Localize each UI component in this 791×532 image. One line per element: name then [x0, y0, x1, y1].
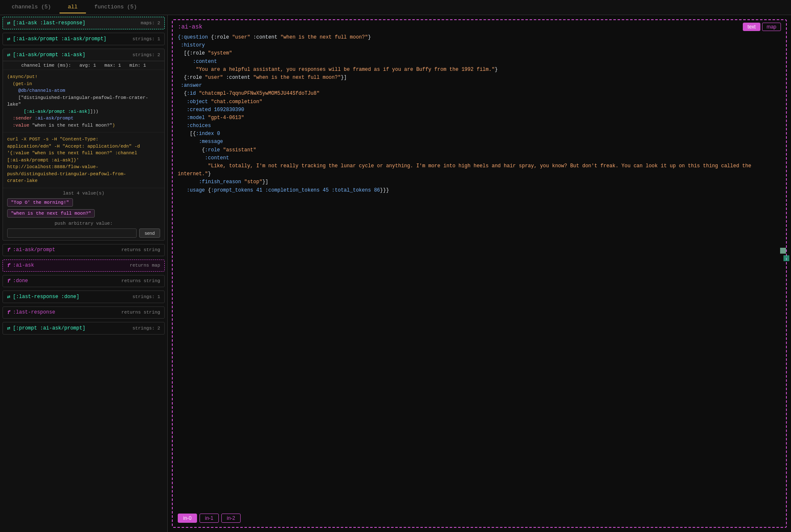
- panel-header: :ai-ask text map: [173, 20, 786, 34]
- content-history-open: [{:role "system": [178, 49, 781, 57]
- curl-block: curl -X POST -s -H "Content-Type:applica…: [3, 132, 164, 188]
- corner-sq-1: [780, 248, 786, 254]
- channel-time-row: channel time (ms): avg: 1 max: 1 min: 1: [3, 61, 164, 70]
- question-key: {:question: [178, 34, 211, 40]
- content-answer-key: :answer: [178, 82, 781, 90]
- channel-item-prompt-ai-ask-prompt[interactable]: ⇄ [:prompt :ai-ask/prompt] strings: 2: [3, 322, 165, 335]
- fn-name-4: :last-response: [13, 309, 55, 315]
- content-history-user: {:role "user" :content "when is the next…: [178, 74, 781, 82]
- time-max: max: 1: [104, 63, 121, 68]
- channel-detail-icon: ⇄: [7, 52, 10, 58]
- content-history-content-label: :content: [178, 58, 781, 66]
- fn-icon-2: f: [7, 262, 10, 269]
- channel-item-ai-ask-prompt[interactable]: ⇄ [:ai-ask/prompt :ai-ask/prompt] string…: [3, 33, 165, 45]
- channel-meta-2: strings: 1: [132, 36, 160, 42]
- channel-name-4: [:prompt :ai-ask/prompt]: [13, 325, 86, 331]
- channel-icon-2: ⇄: [7, 36, 10, 42]
- channel-icon-3: ⇄: [7, 293, 10, 300]
- bottom-tabs: in-0 in-1 in-2: [173, 510, 786, 527]
- fn-name-3: :done: [13, 278, 28, 284]
- main-layout: ⇄ [:ai-ask :last-response] maps: 2 ⇄ [:a…: [0, 15, 791, 532]
- function-item-ai-ask-prompt[interactable]: f :ai-ask/prompt returns string: [3, 244, 165, 256]
- values-section: last 4 value(s) "Top O' the morning!" "w…: [3, 188, 164, 240]
- content-answer-id: {:id "chatcmpl-7qqnuPFNwX5ywMOM5JU44Sfdo…: [178, 90, 781, 98]
- channel-icon-4: ⇄: [7, 325, 10, 332]
- channel-detail-panel: ⇄ [:ai-ask/prompt :ai-ask] strings: 2 ch…: [3, 49, 165, 241]
- bottom-tab-in-1[interactable]: in-1: [200, 514, 219, 523]
- channel-meta-1: maps: 2: [141, 21, 160, 26]
- content-answer-model: :model "gpt-4-0613": [178, 114, 781, 122]
- content-choices-label: :choices: [178, 122, 781, 130]
- channel-detail-header: ⇄ [:ai-ask/prompt :ai-ask] strings: 2: [3, 49, 164, 61]
- content-history-label: :history: [178, 42, 781, 49]
- channel-detail-title: [:ai-ask/prompt :ai-ask]: [13, 52, 86, 58]
- content-message-role: {:role "assistant": [178, 146, 781, 154]
- content-message-content-val: "Like, totally, I'm not really tracking …: [178, 162, 781, 178]
- tab-functions[interactable]: functions (5): [86, 1, 145, 13]
- value-chips: "Top O' the morning!" "when is the next …: [7, 198, 160, 218]
- push-row: send: [7, 228, 160, 238]
- push-send-button[interactable]: send: [139, 228, 160, 238]
- fn-returns-2: returns map: [130, 263, 160, 268]
- fn-returns-3: returns string: [122, 278, 160, 283]
- push-input[interactable]: [7, 228, 137, 238]
- fn-returns-4: returns string: [122, 310, 160, 315]
- time-min: min: 1: [130, 63, 146, 68]
- right-panel: :ai-ask text map {:question {:role "user…: [168, 15, 791, 532]
- fn-name-2: :ai-ask: [13, 262, 34, 268]
- value-chip-1[interactable]: "Top O' the morning!": [7, 198, 73, 207]
- channel-name-3: [:last-response :done]: [13, 294, 79, 300]
- content-answer-object: :object "chat.completion": [178, 98, 781, 106]
- value-chip-2[interactable]: "when is the next full moon?": [7, 209, 95, 218]
- channel-name-2: [:ai-ask/prompt :ai-ask/prompt]: [13, 36, 106, 42]
- ai-ask-panel: :ai-ask text map {:question {:role "user…: [172, 19, 787, 528]
- tab-all[interactable]: all: [60, 1, 86, 13]
- time-avg: avg: 1: [80, 63, 96, 68]
- time-label: channel time (ms):: [21, 63, 71, 68]
- panel-content: {:question {:role "user" :content "when …: [173, 34, 786, 510]
- top-nav: channels (5) all functions (5): [0, 0, 791, 15]
- content-choices-open: [{:index 0: [178, 130, 781, 138]
- function-item-last-response[interactable]: f :last-response returns string: [3, 306, 165, 319]
- panel-tabs: text map: [743, 23, 781, 31]
- code-block-async: (async/put! (get-in @db/channels-atom ["…: [3, 70, 164, 132]
- tab-map[interactable]: map: [762, 23, 781, 31]
- tab-channels[interactable]: channels (5): [3, 1, 60, 13]
- fn-icon-3: f: [7, 278, 10, 284]
- panel-title: :ai-ask: [178, 23, 202, 30]
- content-finish-reason: :finish_reason "stop"}]: [178, 178, 781, 186]
- channel-meta-3: strings: 1: [132, 294, 160, 299]
- corner-sq-2: [783, 255, 789, 261]
- channel-icon-1: ⇄: [7, 20, 10, 26]
- channel-item-last-response-done[interactable]: ⇄ [:last-response :done] strings: 1: [3, 291, 165, 303]
- push-label: push arbitrary value:: [7, 221, 160, 226]
- channel-item-ai-ask-last-response[interactable]: ⇄ [:ai-ask :last-response] maps: 2: [3, 17, 165, 29]
- values-label: last 4 value(s): [7, 191, 160, 196]
- channel-name-1: [:ai-ask :last-response]: [13, 20, 86, 26]
- content-history-content-val: "You are a helpful assistant, you respon…: [178, 66, 781, 74]
- fn-icon-1: f: [7, 247, 10, 253]
- content-question-line: {:question {:role "user" :content "when …: [178, 34, 781, 42]
- fn-icon-4: f: [7, 309, 10, 316]
- fn-name-1: :ai-ask/prompt: [13, 247, 55, 253]
- function-item-done[interactable]: f :done returns string: [3, 275, 165, 287]
- bottom-tab-in-0[interactable]: in-0: [178, 514, 197, 523]
- content-message-label: :message: [178, 138, 781, 146]
- fn-returns-1: returns string: [122, 247, 160, 252]
- bottom-tab-in-2[interactable]: in-2: [221, 514, 241, 523]
- content-usage: :usage {:prompt_tokens 41 :completion_to…: [178, 187, 781, 195]
- content-answer-created: :created 1692830390: [178, 106, 781, 114]
- content-message-content-label: :content: [178, 154, 781, 162]
- corner-decorations: [780, 248, 789, 261]
- function-item-ai-ask[interactable]: f :ai-ask returns map: [3, 260, 165, 272]
- question-value: {:role: [211, 34, 232, 40]
- channel-meta-4: strings: 2: [132, 326, 160, 331]
- tab-text[interactable]: text: [743, 23, 760, 31]
- left-sidebar: ⇄ [:ai-ask :last-response] maps: 2 ⇄ [:a…: [0, 15, 168, 532]
- channel-detail-meta: strings: 2: [132, 52, 160, 57]
